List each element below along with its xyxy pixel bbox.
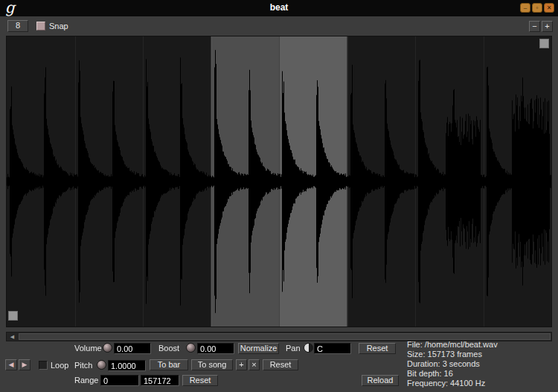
info-duration: Duration: 3 seconds	[407, 359, 498, 369]
titlebar: g beat – ▫ ✕	[0, 0, 558, 16]
selection-handle-bottom-icon[interactable]	[8, 311, 18, 321]
minimize-button[interactable]: –	[520, 3, 530, 13]
pan-label: Pan	[286, 343, 301, 354]
snap-checkbox[interactable]	[36, 22, 45, 30]
waveform-canvas[interactable]	[7, 36, 551, 327]
snap-label: Snap	[49, 21, 68, 32]
pitch-knob[interactable]	[97, 360, 106, 370]
pan-reset-button[interactable]: Reset	[359, 343, 396, 354]
info-bit-depth: Bit depth: 16	[407, 369, 498, 379]
waveform-display[interactable]	[6, 36, 552, 327]
range-label: Range	[74, 375, 98, 386]
range-reset-button[interactable]: Reset	[182, 375, 218, 386]
info-file: File: /home/mcl/beat.wav	[407, 340, 498, 350]
pitch-add-button[interactable]: +	[236, 359, 247, 370]
loop-label: Loop	[51, 360, 68, 371]
to-song-button[interactable]: To song	[191, 359, 233, 370]
range-end-input[interactable]	[141, 375, 179, 386]
info-size: Size: 157173 frames	[407, 350, 498, 359]
zoom-in-button[interactable]: +	[542, 21, 553, 32]
pitch-reset-button[interactable]: Reset	[263, 359, 298, 370]
window-title: beat	[0, 0, 558, 16]
pan-knob[interactable]	[304, 343, 313, 353]
file-info: File: /home/mcl/beat.wav Size: 157173 fr…	[407, 340, 498, 388]
pitch-input[interactable]	[108, 360, 146, 371]
grid-size-button[interactable]: 8	[7, 20, 28, 32]
normalize-button[interactable]: Normalize	[238, 343, 279, 354]
selection-handle-top-icon[interactable]	[539, 39, 549, 48]
prev-button[interactable]: ◀	[5, 359, 17, 370]
boost-label: Boost	[158, 343, 179, 354]
next-button[interactable]: ▶	[19, 359, 31, 370]
boost-input[interactable]	[197, 343, 234, 354]
pitch-label: Pitch	[74, 360, 92, 371]
pitch-multiply-button[interactable]: ×	[248, 359, 260, 370]
maximize-button[interactable]: ▫	[532, 3, 542, 13]
reload-button[interactable]: Reload	[362, 375, 399, 386]
volume-knob[interactable]	[103, 343, 112, 353]
volume-input[interactable]	[114, 343, 151, 354]
loop-checkbox[interactable]	[39, 361, 48, 370]
pan-input[interactable]	[314, 343, 351, 354]
scroll-left-icon[interactable]: ◀	[7, 332, 17, 341]
to-bar-button[interactable]: To bar	[150, 359, 188, 370]
scrollbar-handle[interactable]	[19, 333, 551, 340]
volume-label: Volume	[74, 343, 102, 354]
close-button[interactable]: ✕	[544, 3, 554, 13]
info-frequency: Frequency: 44100 Hz	[407, 379, 498, 388]
boost-knob[interactable]	[186, 343, 196, 353]
zoom-out-button[interactable]: −	[529, 21, 540, 32]
range-start-input[interactable]	[100, 375, 139, 386]
